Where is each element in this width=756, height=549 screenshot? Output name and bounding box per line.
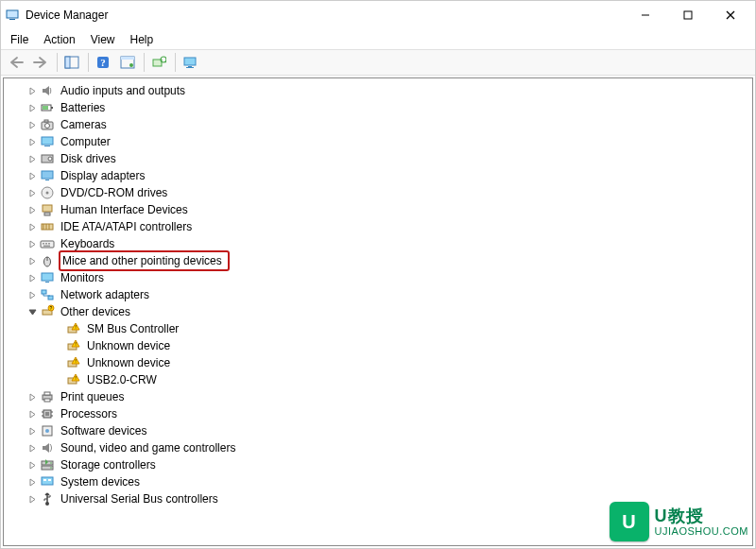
svg-point-74 xyxy=(50,462,52,464)
menu-file[interactable]: File xyxy=(3,31,36,48)
expand-icon[interactable] xyxy=(25,83,40,98)
svg-rect-49 xyxy=(48,296,53,300)
tree-item-label: Universal Serial Bus controllers xyxy=(59,490,220,507)
tree-row[interactable]: Processors xyxy=(19,405,752,422)
svg-rect-1 xyxy=(9,19,15,20)
tree-row[interactable]: Software devices xyxy=(19,422,752,439)
svg-rect-77 xyxy=(43,479,46,481)
tree-row[interactable]: IDE ATA/ATAPI controllers xyxy=(19,218,752,235)
expand-icon[interactable] xyxy=(25,474,40,489)
svg-rect-76 xyxy=(42,477,53,485)
scan-hardware-button[interactable] xyxy=(147,51,170,74)
monitor-icon-button[interactable] xyxy=(179,51,201,74)
tree-row[interactable]: Display adapters xyxy=(19,167,752,184)
audio-icon xyxy=(40,83,55,98)
expand-icon[interactable] xyxy=(25,151,40,166)
svg-rect-21 xyxy=(43,106,48,110)
svg-text:?: ? xyxy=(50,305,53,311)
expand-icon[interactable] xyxy=(25,185,40,200)
expand-icon[interactable] xyxy=(25,253,40,268)
tree-row[interactable]: Computer xyxy=(19,133,752,150)
tree-item-label: Disk drives xyxy=(59,150,118,167)
expand-icon[interactable] xyxy=(25,440,40,455)
svg-rect-16 xyxy=(184,58,196,65)
svg-rect-30 xyxy=(45,180,49,180)
watermark-text-2: UJIAOSHOU.COM xyxy=(655,526,748,537)
expand-placeholder xyxy=(51,321,66,336)
tree-row[interactable]: Mice and other pointing devices xyxy=(19,252,752,269)
tree-item-label: Unknown device xyxy=(85,337,172,354)
svg-rect-7 xyxy=(65,57,70,68)
tree-row[interactable]: Audio inputs and outputs xyxy=(19,82,752,99)
tree-row[interactable]: Cameras xyxy=(19,116,752,133)
tree-row[interactable]: !Unknown device xyxy=(19,354,752,371)
expand-icon[interactable] xyxy=(25,100,40,115)
expand-icon[interactable] xyxy=(25,457,40,472)
expand-icon[interactable] xyxy=(25,219,40,234)
warn-icon: ! xyxy=(66,338,81,353)
tree-row[interactable]: Print queues xyxy=(19,388,752,405)
properties-button[interactable] xyxy=(116,51,139,74)
collapse-icon[interactable] xyxy=(25,304,40,319)
expand-icon[interactable] xyxy=(25,406,40,421)
svg-rect-3 xyxy=(684,11,692,19)
expand-icon[interactable] xyxy=(25,491,40,506)
close-button[interactable] xyxy=(709,2,751,28)
svg-rect-47 xyxy=(45,282,49,283)
svg-point-32 xyxy=(46,192,49,195)
expand-icon[interactable] xyxy=(25,287,40,302)
menu-action[interactable]: Action xyxy=(36,31,82,48)
warn-icon: ! xyxy=(66,372,81,387)
battery-icon xyxy=(40,100,55,115)
tree-row[interactable]: System devices xyxy=(19,473,752,490)
tree-row[interactable]: Monitors xyxy=(19,269,752,286)
svg-rect-78 xyxy=(48,479,51,481)
svg-rect-48 xyxy=(42,290,46,294)
svg-rect-42 xyxy=(48,243,50,245)
tree-row[interactable]: Sound, video and game controllers xyxy=(19,439,752,456)
back-button[interactable] xyxy=(5,51,27,74)
tree-row[interactable]: !Unknown device xyxy=(19,337,752,354)
minimize-button[interactable] xyxy=(624,2,666,28)
network-icon xyxy=(40,287,55,302)
system-icon xyxy=(40,474,55,489)
tree-row[interactable]: !SM Bus Controller xyxy=(19,320,752,337)
toolbar: ? xyxy=(1,49,755,76)
expand-icon[interactable] xyxy=(25,168,40,183)
disk-icon xyxy=(40,151,55,166)
tree-item-label: Audio inputs and outputs xyxy=(59,82,187,99)
tree-row[interactable]: Network adapters xyxy=(19,286,752,303)
device-tree[interactable]: Audio inputs and outputsBatteriesCameras… xyxy=(3,77,753,546)
menu-view[interactable]: View xyxy=(83,31,123,48)
menu-help[interactable]: Help xyxy=(123,31,162,48)
tree-row[interactable]: Batteries xyxy=(19,99,752,116)
svg-rect-34 xyxy=(44,213,50,215)
tree-row[interactable]: ?Other devices xyxy=(19,303,752,320)
tree-row[interactable]: !USB2.0-CRW xyxy=(19,371,752,388)
help-button[interactable]: ? xyxy=(92,51,114,74)
tree-item-label: Computer xyxy=(59,133,112,150)
tree-row[interactable]: Storage controllers xyxy=(19,456,752,473)
expand-icon[interactable] xyxy=(25,270,40,285)
expand-icon[interactable] xyxy=(25,236,40,251)
tree-item-label: Sound, video and game controllers xyxy=(59,439,237,456)
expand-icon[interactable] xyxy=(25,134,40,149)
expand-icon[interactable] xyxy=(25,423,40,438)
svg-text:?: ? xyxy=(100,57,106,68)
expand-icon[interactable] xyxy=(25,117,40,132)
expand-icon[interactable] xyxy=(25,389,40,404)
svg-rect-40 xyxy=(43,243,44,245)
maximize-button[interactable] xyxy=(666,2,709,28)
tree-row[interactable]: Human Interface Devices xyxy=(19,201,752,218)
print-icon xyxy=(40,389,55,404)
forward-button[interactable] xyxy=(29,51,52,74)
expand-icon[interactable] xyxy=(25,202,40,217)
tree-item-label: Monitors xyxy=(59,269,106,286)
show-hide-console-tree-button[interactable] xyxy=(60,51,83,74)
svg-rect-20 xyxy=(51,107,53,109)
camera-icon xyxy=(40,117,55,132)
app-icon xyxy=(5,8,20,23)
tree-row[interactable]: Disk drives xyxy=(19,150,752,167)
tree-item-label: Storage controllers xyxy=(59,456,158,473)
tree-row[interactable]: DVD/CD-ROM drives xyxy=(19,184,752,201)
